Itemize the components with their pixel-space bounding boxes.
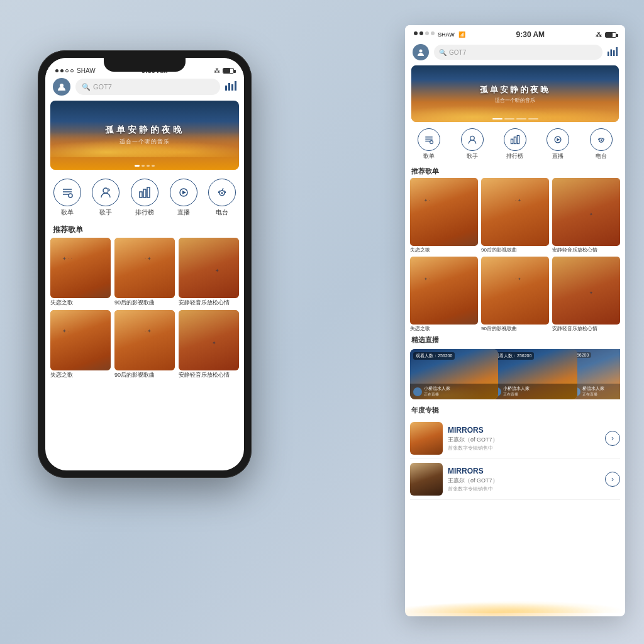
banner-title: 孤单安静的夜晚 <box>105 125 184 136</box>
banner-dot-2 <box>142 165 145 167</box>
nav-item-radio[interactable]: 电台 <box>208 179 236 217</box>
rp-search-input[interactable]: 🔍 GOT7 <box>434 45 602 60</box>
radio-icon <box>208 179 236 206</box>
rp-playlist-icon <box>418 128 440 151</box>
live-card-container-1: 观看人数：256200 小桥流水人家 正在直播 <box>410 349 498 399</box>
signal-dot-4 <box>70 69 74 72</box>
live-status-3: 正在直播 <box>582 392 604 397</box>
svg-rect-11 <box>143 189 146 197</box>
rp-nav-playlist[interactable]: 歌单 <box>418 128 440 160</box>
album-arrow-1[interactable]: › <box>605 431 620 446</box>
rp-nav-live[interactable]: 直播 <box>547 128 569 160</box>
birds-icon-3: ✦ <box>215 268 219 274</box>
rp-birds-6: ✦ <box>589 291 593 296</box>
rp-live-scroll: 观看人数：256200 小桥流水人家 正在直播 观看 <box>410 349 620 399</box>
rp-nav-label-playlist: 歌单 <box>423 152 435 160</box>
live-card-2[interactable]: 观看人数：256200 小桥流水人家 正在直播 <box>489 349 577 399</box>
rp-nav-label-live: 直播 <box>552 152 564 160</box>
list-item[interactable]: ✦ 安静轻音乐放松心情 <box>552 257 620 332</box>
playlist-icon <box>53 179 81 206</box>
album-info-1: MIRRORS 王嘉尔（of GOT7） 首张数字专辑销售中 <box>448 426 600 452</box>
rp-time: 9:30 AM <box>516 30 545 39</box>
rp-chart-icon[interactable] <box>608 47 618 58</box>
rp-banner[interactable]: 孤单安静的夜晚 适合一个听的音乐 <box>411 65 619 122</box>
rp-name-6: 安静轻音乐放松心情 <box>552 326 620 332</box>
rp-nav-artist[interactable]: 歌手 <box>461 128 484 160</box>
rp-album-section: MIRRORS 王嘉尔（of GOT7） 首张数字专辑销售中 › MIRRORS… <box>405 417 625 501</box>
rp-signal: SHAW 📶 <box>414 31 465 38</box>
banner-dot-3 <box>147 165 150 167</box>
avatar[interactable] <box>53 78 70 96</box>
nav-item-artist[interactable]: 歌手 <box>92 179 119 217</box>
rp-thumb-4: ✦ · <box>410 257 478 325</box>
phone-notch <box>104 58 186 72</box>
svg-point-27 <box>470 136 474 140</box>
rp-birds-2: · ✦ <box>515 198 521 203</box>
album-item-2[interactable]: MIRRORS 王嘉尔（of GOT7） 首张数字专辑销售中 › <box>410 459 620 500</box>
svg-point-8 <box>69 194 72 197</box>
album-artist-1: 王嘉尔（of GOT7） <box>448 436 600 444</box>
rp-birds-4: ✦ · <box>424 277 430 282</box>
battery-icon <box>223 68 234 74</box>
rp-battery-icon <box>605 32 616 38</box>
list-item[interactable]: ✦ · 失恋之歌 <box>410 178 478 253</box>
list-item[interactable]: · ✦ 90后的影视歌曲 <box>114 310 175 379</box>
list-item[interactable]: ✦ 安静轻音乐放松心情 <box>552 178 620 253</box>
svg-rect-4 <box>235 81 236 91</box>
rp-playlist-grid: ✦ · 失恋之歌 · ✦ 90后的影视歌曲 ✦ 安静轻音乐放松心情 <box>405 178 625 253</box>
signal-dot-2 <box>60 69 64 72</box>
rp-dot-2 <box>419 31 423 35</box>
list-item[interactable]: · ✦ 90后的影视歌曲 <box>481 257 549 332</box>
live-status-2: 正在直播 <box>503 392 530 397</box>
rp-album-section-title: 年度专辑 <box>405 402 625 417</box>
chart-icon[interactable] <box>225 80 236 93</box>
live-icon <box>170 179 197 206</box>
rp-nav-radio[interactable]: 电台 <box>590 128 613 160</box>
rp-artist-icon <box>461 128 484 151</box>
nav-label-playlist: 歌单 <box>61 208 74 217</box>
rp-live-section-title: 精选直播 <box>405 331 625 347</box>
rp-bdot-3 <box>516 118 526 119</box>
album-info-2: MIRRORS 王嘉尔（of GOT7） 首张数字专辑销售中 <box>448 467 600 492</box>
birds-icon-1: ✦ · · <box>62 256 72 262</box>
svg-rect-22 <box>616 47 618 56</box>
playlist-name-3: 安静轻音乐放松心情 <box>179 299 239 306</box>
svg-rect-21 <box>613 50 615 56</box>
list-item[interactable]: ✦ 安静轻音乐放松心情 <box>179 310 239 379</box>
list-item[interactable]: · ✦ 90后的影视歌曲 <box>481 178 549 253</box>
list-item[interactable]: ✦ · 失恋之歌 <box>50 310 111 379</box>
rp-banner-title: 孤单安静的夜晚 <box>480 84 550 96</box>
nav-item-chart[interactable]: 排行榜 <box>131 179 158 217</box>
banner[interactable]: 孤单安静的夜晚 适合一个听的音乐 <box>50 101 239 170</box>
list-item[interactable]: ✦ · · 失恋之歌 <box>50 238 111 306</box>
album-arrow-2[interactable]: › <box>605 472 620 487</box>
search-input-box[interactable]: 🔍 GOT7 <box>75 79 220 95</box>
list-item[interactable]: · ✦ 90后的影视歌曲 <box>114 238 175 306</box>
rp-search-text: GOT7 <box>449 49 466 56</box>
list-item[interactable]: ✦ · 失恋之歌 <box>410 257 478 332</box>
nav-label-chart: 排行榜 <box>135 208 154 217</box>
live-badge-2: 观看人数：256200 <box>492 352 534 360</box>
rp-bluetooth-icon: ⁂ <box>596 31 602 38</box>
list-item[interactable]: ✦ 安静轻音乐放松心情 <box>179 238 239 306</box>
svg-rect-2 <box>228 83 230 91</box>
live-card-1[interactable]: 观看人数：256200 小桥流水人家 正在直播 <box>410 349 498 399</box>
phone-mockup: SHAW 9:30 AM ⁂ 🔍 GOT7 <box>38 50 270 522</box>
rp-avatar[interactable] <box>413 44 429 60</box>
playlist-thumb-2: · ✦ <box>114 238 175 298</box>
rp-status-right: ⁂ <box>596 31 616 38</box>
album-title-1: MIRRORS <box>448 426 600 435</box>
rp-thumb-2: · ✦ <box>481 178 549 246</box>
live-text-3: 桥流水人家 正在直播 <box>582 386 604 397</box>
banner-dot-4 <box>152 165 155 167</box>
svg-rect-3 <box>231 84 233 91</box>
nav-item-playlist[interactable]: 歌单 <box>53 179 81 217</box>
nav-item-live[interactable]: 直播 <box>170 179 197 217</box>
live-info-1: 小桥流水人家 正在直播 <box>410 384 498 399</box>
rp-nav-label-radio: 电台 <box>596 152 607 160</box>
playlist-thumb-1: ✦ · · <box>50 238 111 298</box>
rp-thumb-3: ✦ <box>552 178 620 246</box>
rp-live-section: 观看人数：256200 小桥流水人家 正在直播 观看 <box>405 347 625 402</box>
album-item-1[interactable]: MIRRORS 王嘉尔（of GOT7） 首张数字专辑销售中 › <box>410 418 620 459</box>
rp-nav-chart[interactable]: 排行榜 <box>504 128 526 160</box>
